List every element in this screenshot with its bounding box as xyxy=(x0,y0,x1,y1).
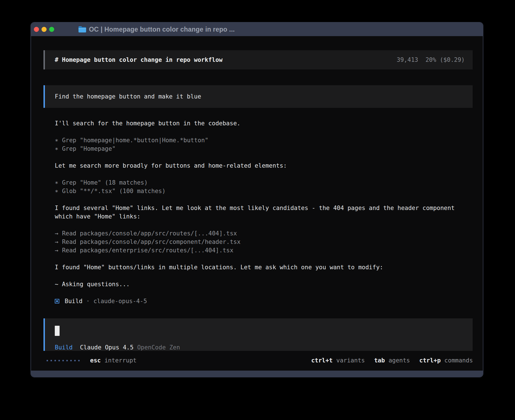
tool-call-grep: ∗Grep "Homepage" xyxy=(55,145,473,153)
hint-label: commands xyxy=(444,357,473,364)
tool-call-read: →Read packages/console/app/src/component… xyxy=(55,238,473,246)
tool-bullet-icon: ∗ xyxy=(55,178,58,187)
agent-model: claude-opus-4-5 xyxy=(93,297,147,305)
window-titlebar[interactable]: OC | Homepage button color change in rep… xyxy=(31,23,483,36)
desktop-background: OC | Homepage button color change in rep… xyxy=(0,0,515,420)
agent-badge: Build · claude-opus-4-5 xyxy=(55,297,473,305)
tool-call-grep: ∗Grep "Home" (18 matches) xyxy=(55,178,473,187)
session-title: # Homepage button color change in repo w… xyxy=(55,56,222,64)
tool-call-label: Grep "Home" (18 matches) xyxy=(62,179,148,186)
context-cost: 20% ($0.29) xyxy=(425,56,465,64)
status-left: escinterrupt xyxy=(47,356,137,365)
arrow-right-icon: → xyxy=(55,229,58,238)
tool-bullet-icon: ∗ xyxy=(55,145,58,153)
tool-call-label: Grep "homepage|home.*button|Home.*button… xyxy=(62,137,208,144)
tool-call-glob: ∗Glob "**/*.tsx" (100 matches) xyxy=(55,187,473,195)
window-bottom-edge xyxy=(31,371,483,377)
minimize-button[interactable] xyxy=(42,27,47,32)
hint-commands: ctrl+pcommands xyxy=(419,356,473,365)
hint-key: esc xyxy=(90,357,101,364)
text-cursor xyxy=(55,326,60,336)
tool-call-label: Glob "**/*.tsx" (100 matches) xyxy=(62,188,166,194)
input-model-label: Claude Opus 4.5 xyxy=(80,343,134,351)
tool-call-list: →Read packages/console/app/src/routes/[.… xyxy=(55,229,473,255)
zoom-button[interactable] xyxy=(49,27,54,32)
hint-key: tab xyxy=(374,357,385,364)
agent-name: Build xyxy=(65,297,82,305)
tool-call-label: Grep "Homepage" xyxy=(62,145,116,152)
close-button[interactable] xyxy=(34,27,39,32)
arrow-right-icon: → xyxy=(55,238,58,246)
working-status: ~ Asking questions... xyxy=(55,280,473,288)
tool-call-list: ∗Grep "Home" (18 matches) ∗Glob "**/*.ts… xyxy=(55,178,473,195)
assistant-text: Let me search more broadly for buttons a… xyxy=(55,161,473,170)
user-message: Find the homepage button and make it blu… xyxy=(43,85,473,108)
hint-variants: ctrl+tvariants xyxy=(311,356,365,365)
status-right: ctrl+tvariants tabagents ctrl+pcommands xyxy=(311,356,473,365)
prompt-input[interactable]: Build Claude Opus 4.5 OpenCode Zen xyxy=(43,318,473,351)
tool-call-label: Read packages/console/app/src/component/… xyxy=(62,239,241,245)
assistant-transcript: I'll search for the homepage button in t… xyxy=(43,119,473,314)
hint-label: agents xyxy=(389,357,410,364)
arrow-right-icon: → xyxy=(55,246,58,255)
tool-call-list: ∗Grep "homepage|home.*button|Home.*butto… xyxy=(55,136,473,153)
tool-call-read: →Read packages/console/app/src/routes/[.… xyxy=(55,229,473,238)
badge-separator: · xyxy=(86,297,90,305)
assistant-text: I'll search for the homepage button in t… xyxy=(55,119,473,128)
assistant-text: I found "Home" buttons/links in multiple… xyxy=(55,263,473,272)
token-count: 39,413 xyxy=(397,56,418,64)
window-title: OC | Homepage button color change in rep… xyxy=(89,26,235,33)
session-header: # Homepage button color change in repo w… xyxy=(43,50,473,69)
user-message-text: Find the homepage button and make it blu… xyxy=(55,92,201,101)
traffic-lights xyxy=(34,27,54,32)
terminal-content: # Homepage button color change in repo w… xyxy=(31,36,483,351)
spinner-dots-icon xyxy=(47,360,80,361)
hint-key: ctrl+t xyxy=(311,357,333,364)
tool-call-grep: ∗Grep "homepage|home.*button|Home.*butto… xyxy=(55,136,473,145)
status-bar: escinterrupt ctrl+tvariants tabagents ct… xyxy=(47,356,473,365)
tool-call-read: →Read packages/enterprise/src/routes/[..… xyxy=(55,246,473,255)
session-stats: 39,413 20% ($0.29) xyxy=(397,56,465,64)
terminal-window: OC | Homepage button color change in rep… xyxy=(30,22,483,377)
hint-label: interrupt xyxy=(104,357,137,364)
input-footer: Build Claude Opus 4.5 OpenCode Zen xyxy=(55,343,473,351)
hint-interrupt: escinterrupt xyxy=(90,356,137,365)
hint-agents: tabagents xyxy=(374,356,410,365)
tool-call-label: Read packages/console/app/src/routes/[..… xyxy=(62,230,237,237)
assistant-text: I found several "Home" links. Let me loo… xyxy=(55,204,473,221)
hint-label: variants xyxy=(336,357,365,364)
tool-bullet-icon: ∗ xyxy=(55,187,58,195)
tool-call-label: Read packages/enterprise/src/routes/[...… xyxy=(62,247,234,254)
folder-icon xyxy=(78,26,86,33)
agent-square-icon xyxy=(55,299,59,303)
input-agent-label: Build xyxy=(55,343,73,351)
tool-bullet-icon: ∗ xyxy=(55,136,58,145)
input-provider-label: OpenCode Zen xyxy=(137,343,180,351)
hint-key: ctrl+p xyxy=(419,357,441,364)
